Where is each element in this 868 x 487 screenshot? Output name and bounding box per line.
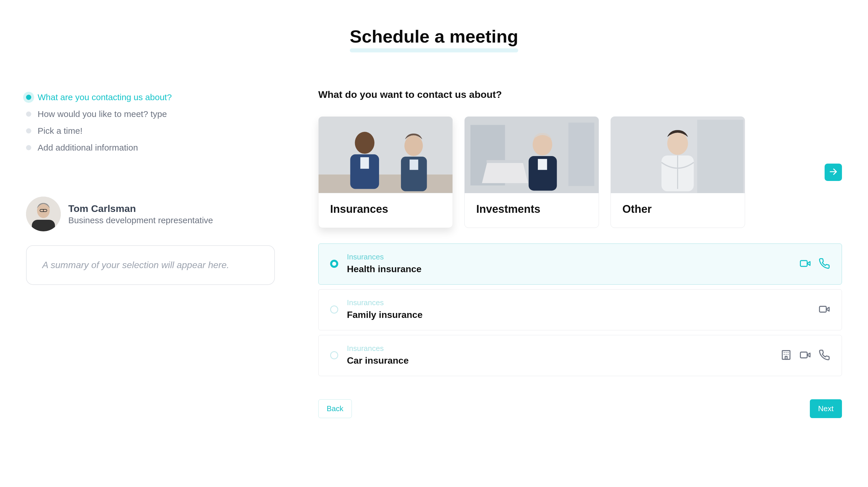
option-family-insurance[interactable]: Insurances Family insurance	[318, 289, 842, 331]
step-contact-topic[interactable]: What are you contacting us about?	[26, 89, 286, 106]
svg-rect-5	[32, 220, 55, 231]
rep-name: Tom Carlsman	[68, 203, 213, 214]
summary-placeholder: A summary of your selection will appear …	[42, 260, 259, 270]
svg-rect-10	[360, 157, 369, 169]
card-title: Investments	[476, 203, 587, 216]
card-title: Insurances	[330, 203, 441, 216]
footer-actions: Back Next	[318, 399, 842, 418]
option-name: Health insurance	[347, 264, 422, 275]
summary-box: A summary of your selection will appear …	[26, 245, 275, 285]
card-image	[318, 117, 453, 193]
step-additional-info[interactable]: Add additional information	[26, 139, 286, 156]
step-label: Add additional information	[38, 143, 138, 152]
step-label: Pick a time!	[38, 126, 83, 136]
step-label: What are you contacting us about?	[38, 92, 172, 102]
rep-role: Business development representative	[68, 216, 213, 225]
step-label: How would you like to meet? type	[38, 109, 167, 119]
step-dot-icon	[26, 145, 31, 150]
option-category: Insurances	[347, 344, 408, 353]
topic-card-investments[interactable]: Investments	[464, 116, 599, 228]
svg-rect-40	[800, 352, 807, 358]
svg-rect-21	[487, 160, 523, 163]
radio-icon	[330, 260, 338, 268]
svg-rect-7	[318, 175, 453, 193]
svg-marker-20	[482, 160, 528, 183]
step-meeting-type[interactable]: How would you like to meet? type	[26, 106, 286, 122]
svg-point-24	[667, 132, 688, 155]
radio-icon	[330, 351, 338, 359]
main-content: What do you want to contact us about?	[318, 89, 842, 418]
option-health-insurance[interactable]: Insurances Health insurance	[318, 244, 842, 285]
page-title: Schedule a meeting	[350, 26, 518, 48]
card-image	[465, 117, 599, 193]
video-icon	[799, 349, 811, 361]
svg-rect-13	[410, 160, 418, 170]
step-dot-icon	[26, 128, 31, 134]
svg-rect-23	[697, 120, 743, 193]
svg-rect-19	[538, 159, 547, 170]
back-button[interactable]: Back	[318, 399, 352, 418]
option-car-insurance[interactable]: Insurances Car insurance	[318, 335, 842, 376]
option-name: Car insurance	[347, 355, 408, 366]
card-image	[611, 117, 745, 193]
video-icon	[818, 304, 830, 315]
next-button[interactable]: Next	[810, 399, 842, 418]
phone-icon	[818, 349, 830, 361]
video-icon	[799, 258, 811, 269]
option-category: Insurances	[347, 253, 422, 261]
svg-point-11	[404, 135, 423, 156]
phone-icon	[818, 258, 830, 269]
section-heading: What do you want to contact us about?	[318, 89, 842, 100]
option-list: Insurances Health insurance	[318, 244, 842, 376]
arrow-right-icon	[829, 167, 838, 177]
svg-rect-28	[800, 261, 807, 266]
step-dot-icon	[26, 95, 31, 100]
radio-icon	[330, 306, 338, 314]
svg-rect-30	[819, 306, 826, 312]
svg-rect-16	[568, 122, 594, 186]
step-pick-time[interactable]: Pick a time!	[26, 122, 286, 139]
topic-card-row: Insurances	[318, 116, 810, 228]
step-dot-icon	[26, 112, 31, 117]
representative-card: Tom Carlsman Business development repres…	[26, 197, 286, 231]
option-category: Insurances	[347, 298, 423, 307]
option-name: Family insurance	[347, 310, 423, 320]
topic-card-insurances[interactable]: Insurances	[318, 116, 453, 228]
step-list: What are you contacting us about? How wo…	[26, 89, 286, 156]
card-title: Other	[622, 203, 733, 216]
sidebar: What are you contacting us about? How wo…	[26, 89, 286, 418]
carousel-next-button[interactable]	[825, 164, 842, 181]
avatar	[26, 197, 61, 231]
topic-card-other[interactable]: Other	[611, 116, 745, 228]
svg-point-8	[355, 132, 374, 154]
svg-rect-39	[785, 356, 787, 359]
office-icon	[780, 349, 792, 361]
